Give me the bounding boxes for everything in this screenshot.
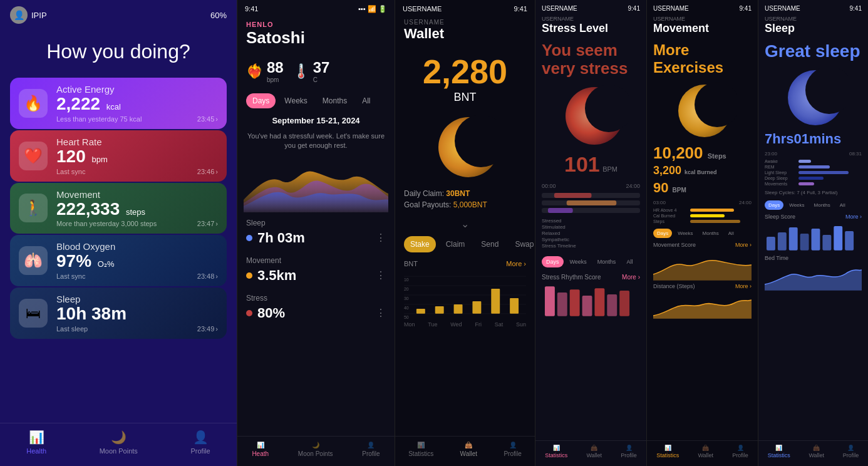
more-link[interactable]: More › (845, 214, 862, 220)
card-sub: Last sleep (56, 325, 218, 333)
sleep-cycles: Sleep Cycles: 7 (4 Full, 3 Partial) (758, 187, 868, 198)
bnt-chart: BNT More › 50 40 30 20 10 (395, 256, 535, 333)
metrics: ❤️‍🔥 88 bpm 🌡️ 37 C (237, 53, 395, 90)
status-bar: USERNAME 9:41 (758, 0, 868, 13)
nav-statistics[interactable]: 📊 Statistics (768, 445, 790, 458)
tab-months[interactable]: Months (316, 93, 353, 108)
tab-days[interactable]: Days (653, 229, 672, 238)
nav-label: Statistics (656, 452, 679, 458)
nav-label: Heath (252, 450, 269, 457)
nav-statistics[interactable]: 📊 Statistics (545, 445, 567, 458)
page-title: Stress Level (542, 22, 640, 35)
chart-label: BNT (404, 260, 418, 267)
tab-months[interactable]: Months (593, 256, 621, 267)
header: USERNAME Movement (647, 13, 758, 38)
svg-rect-32 (619, 291, 629, 316)
tab-weeks[interactable]: Weeks (674, 229, 696, 238)
cal-display: 3,200 kcal Burned (647, 163, 758, 179)
nav-label: Profile (504, 450, 521, 457)
steps-value: 10,200 (653, 143, 703, 162)
wave-chart (244, 156, 388, 212)
more-link[interactable]: More › (735, 242, 752, 248)
lungs-icon: 🫁 (19, 246, 48, 275)
card-time: 23:48 (197, 272, 218, 280)
tab-all[interactable]: All (622, 256, 637, 267)
bar-chart-icon: 📊 (29, 430, 44, 445)
more-icon[interactable] (376, 269, 386, 281)
nav-profile[interactable]: 👤 Profile (190, 430, 210, 455)
more-link[interactable]: More › (622, 274, 640, 281)
nav-wallet[interactable]: 👜 Wallet (809, 445, 824, 458)
username: USERNAME (653, 5, 689, 12)
panel-henlo: 9:41 ▪▪▪ 📶 🔋 HENLO Satoshi ❤️‍🔥 88 bpm 🌡… (237, 0, 395, 466)
svg-rect-21 (554, 193, 592, 198)
svg-rect-42 (822, 235, 831, 251)
svg-text:40: 40 (404, 306, 409, 310)
time: 9:41 (628, 5, 640, 12)
tab-weeks[interactable]: Weeks (278, 93, 313, 108)
nav-profile[interactable]: 👤 Profile (732, 445, 748, 458)
nav-label: Wallet (809, 452, 824, 458)
svg-rect-14 (454, 304, 463, 314)
nav-wallet[interactable]: 👜 Wallet (586, 445, 602, 458)
more-link[interactable]: More › (735, 283, 752, 289)
nav-wallet[interactable]: 👜 Wallet (460, 442, 477, 457)
nav-profile[interactable]: 👤 Profile (843, 445, 859, 458)
action-stake[interactable]: Stake (404, 236, 436, 252)
nav-label: Moon Points (298, 450, 333, 457)
more-link[interactable]: More › (506, 260, 526, 267)
nav-heath[interactable]: 📊 Heath (252, 442, 269, 457)
nav-moon-points[interactable]: 🌙 Moon Points (298, 442, 333, 457)
nav-health[interactable]: 📊 Health (26, 430, 46, 455)
tab-days[interactable]: Days (542, 256, 564, 267)
score-section: Stress Rhythm Score More › (535, 271, 646, 323)
nav-profile[interactable]: 👤 Profile (621, 445, 637, 458)
cal-value: 3,200 (653, 164, 681, 177)
nav-label: Statistics (768, 452, 790, 458)
nav-statistics[interactable]: 📊 Statistics (656, 445, 679, 458)
nav-statistics[interactable]: 📊 Statistics (408, 442, 433, 457)
card-active-energy[interactable]: 🔥 Active Energy 2,222 kcal Less than yes… (10, 78, 227, 129)
tab-days[interactable]: Days (765, 200, 783, 210)
card-blood-oxygen[interactable]: 🫁 Blood Oxygen 97% O₂% Last sync 23:48 (10, 235, 227, 286)
nav-wallet[interactable]: 👜 Wallet (698, 445, 713, 458)
card-sleep[interactable]: 🛏 Sleep 10h 38m Last sleep 23:49 (10, 287, 227, 339)
tab-weeks[interactable]: Weeks (566, 256, 591, 267)
card-movement[interactable]: 🚶 Movement 222,333 steps More than yeste… (10, 183, 227, 234)
svg-rect-26 (545, 286, 555, 316)
expand-icon[interactable]: ⌄ (395, 215, 535, 232)
status-bar: USERNAME 9:41 (535, 0, 646, 13)
action-swap[interactable]: Swap (509, 236, 535, 252)
tab-days[interactable]: Days (246, 93, 276, 108)
period-tabs: Days Weeks Months All (653, 229, 752, 238)
sleep-label: Sleep (246, 219, 386, 227)
card-heart-rate[interactable]: ❤️ Heart Rate 120 bpm Last sync 23:46 (10, 130, 227, 182)
card-body: Sleep 10h 38m Last sleep (56, 294, 218, 333)
tab-months[interactable]: Months (699, 229, 723, 238)
panel-movement: USERNAME 9:41 USERNAME Movement More Exe… (646, 0, 758, 466)
wallet-icon: 👜 (591, 445, 597, 451)
tab-weeks[interactable]: Weeks (785, 200, 808, 210)
bpm-value: 101 (564, 152, 600, 176)
action-claim[interactable]: Claim (440, 236, 472, 252)
tab-all[interactable]: All (356, 93, 376, 108)
more-icon[interactable] (376, 307, 386, 319)
action-send[interactable]: Send (475, 236, 505, 252)
tab-all[interactable]: All (836, 200, 849, 210)
svg-rect-44 (845, 231, 854, 251)
nav-label: Statistics (545, 452, 567, 458)
card-time: 23:49 (197, 325, 218, 333)
bpm-unit: BPM (673, 187, 686, 194)
card-label: Heart Rate (56, 137, 218, 147)
battery: 60% (210, 11, 227, 20)
card-body: Blood Oxygen 97% O₂% Last sync (56, 241, 218, 280)
nav-moon-points[interactable]: 🌙 Moon Points (100, 430, 138, 455)
svg-rect-25 (548, 208, 573, 213)
tab-months[interactable]: Months (810, 200, 834, 210)
nav-profile[interactable]: 👤 Profile (362, 442, 380, 457)
app-name: HENLO (246, 21, 386, 28)
more-icon[interactable] (376, 232, 386, 244)
card-body: Active Energy 2,222 kcal Less than yeste… (56, 84, 218, 123)
nav-profile[interactable]: 👤 Profile (504, 442, 521, 457)
tab-all[interactable]: All (725, 229, 738, 238)
